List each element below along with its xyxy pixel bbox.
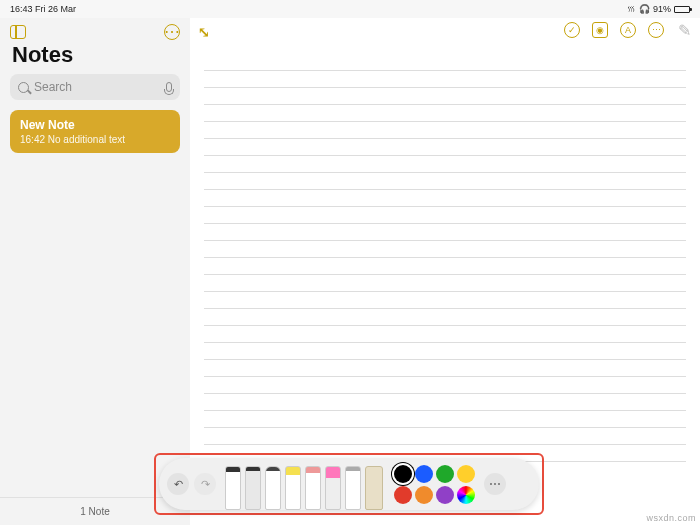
markup-palette-highlight: ↶ ↷ ⋯ <box>154 453 544 515</box>
note-subtitle: 16:42 No additional text <box>20 134 170 145</box>
sidebar: ⋯ Notes Search New Note 16:42 No additio… <box>0 18 190 525</box>
color-blue[interactable] <box>415 465 433 483</box>
wifi-icon: ᯾ <box>627 4 636 14</box>
color-yellow[interactable] <box>457 465 475 483</box>
sidebar-toggle-icon[interactable] <box>10 25 26 39</box>
eraser-tool[interactable] <box>325 466 341 510</box>
markup-palette: ↶ ↷ ⋯ <box>159 458 539 510</box>
watermark: wsxdn.com <box>646 513 696 523</box>
color-purple[interactable] <box>436 486 454 504</box>
crayon-tool[interactable] <box>305 466 321 510</box>
camera-icon[interactable]: ◉ <box>592 22 608 38</box>
highlighter-tool[interactable] <box>285 466 301 510</box>
redo-button[interactable]: ↷ <box>194 473 216 495</box>
status-right: ᯾ 🎧 91% <box>627 4 690 14</box>
color-black[interactable] <box>394 465 412 483</box>
expand-icon[interactable]: ⤡ <box>198 24 210 40</box>
lasso-tool[interactable] <box>345 466 361 510</box>
palette-more-button[interactable]: ⋯ <box>484 473 506 495</box>
status-bar: 16:43 Fri 26 Mar ᯾ 🎧 91% <box>0 0 700 18</box>
headphone-icon: 🎧 <box>639 4 650 14</box>
mic-icon[interactable] <box>166 82 172 92</box>
pencil-tool[interactable] <box>245 466 261 510</box>
color-green[interactable] <box>436 465 454 483</box>
search-placeholder: Search <box>34 80 72 94</box>
color-orange[interactable] <box>415 486 433 504</box>
check-icon[interactable]: ✓ <box>564 22 580 38</box>
page-title: Notes <box>0 42 190 74</box>
color-picker-icon[interactable] <box>457 486 475 504</box>
color-swatches <box>394 465 475 504</box>
pencil-circle-icon[interactable]: A <box>620 22 636 38</box>
sidebar-more-icon[interactable]: ⋯ <box>164 24 180 40</box>
marker-tool[interactable] <box>265 466 281 510</box>
ruler-tool[interactable] <box>365 466 383 510</box>
note-list-item[interactable]: New Note 16:42 No additional text <box>10 110 180 153</box>
status-time: 16:43 Fri 26 Mar <box>10 4 76 14</box>
note-title: New Note <box>20 118 170 132</box>
undo-button[interactable]: ↶ <box>167 473 189 495</box>
more-icon[interactable]: ⋯ <box>648 22 664 38</box>
note-canvas[interactable]: ⤡ ✓ ◉ A ⋯ ✎ <box>190 18 700 525</box>
pen-tool[interactable] <box>225 466 241 510</box>
compose-icon[interactable]: ✎ <box>676 22 692 38</box>
color-red[interactable] <box>394 486 412 504</box>
battery-icon <box>674 6 690 13</box>
battery-pct: 91% <box>653 4 671 14</box>
search-icon <box>18 82 29 93</box>
tool-group <box>225 458 383 510</box>
search-input[interactable]: Search <box>10 74 180 100</box>
note-toolbar: ✓ ◉ A ⋯ ✎ <box>564 22 692 38</box>
